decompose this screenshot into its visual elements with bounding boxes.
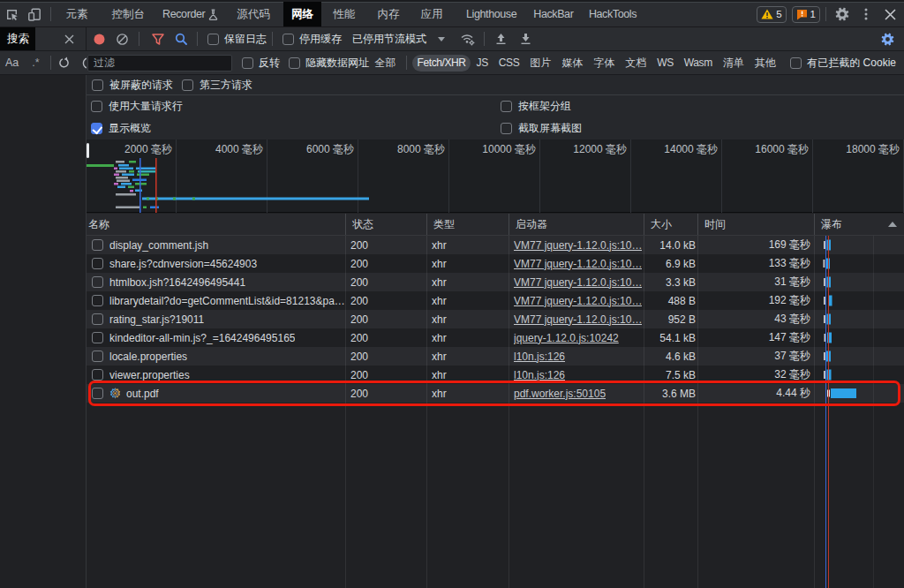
capture-screenshots-checkbox[interactable] (501, 123, 512, 134)
table-row-share.js?cdnversion=45624903[interactable]: share.js?cdnversion=45624903200xhrVM77 j… (87, 254, 904, 273)
more-options-button[interactable] (858, 4, 874, 25)
filter-type-媒体[interactable]: 媒体 (557, 55, 588, 72)
tab-源代码[interactable]: 源代码 (223, 2, 283, 26)
search-drawer-close-button[interactable] (57, 27, 80, 50)
invert-filter-toggle[interactable]: 反转 (242, 56, 280, 71)
table-row-librarydetail?do=getCommentList&id=81213&pa…[interactable]: librarydetail?do=getCommentList&id=81213… (87, 291, 904, 310)
close-devtools-button[interactable] (879, 4, 900, 25)
tab-网络[interactable]: 网络 (283, 2, 321, 26)
column-header-时间[interactable]: 时间 (697, 214, 814, 235)
table-row-kindeditor-all-min.js?_=1642496495165[interactable]: kindeditor-all-min.js?_=1642496495165200… (87, 328, 904, 347)
large-rows-checkbox[interactable] (91, 101, 102, 112)
record-network-log-button[interactable] (87, 27, 110, 50)
row-checkbox[interactable] (92, 295, 103, 306)
search-network-button[interactable] (170, 27, 192, 50)
inspect-element-button[interactable] (0, 2, 23, 26)
export-har-button[interactable] (514, 27, 537, 50)
show-overview-checkbox[interactable] (91, 123, 102, 134)
show-overview-toggle[interactable]: 显示概览 (91, 121, 151, 136)
row-checkbox[interactable] (92, 258, 103, 269)
hide-data-urls-checkbox[interactable] (289, 57, 300, 69)
network-overview-timeline[interactable]: 2000 毫秒4000 毫秒6000 毫秒8000 毫秒10000 毫秒1200… (87, 139, 904, 213)
initiator-link[interactable]: VM77 jquery-1.12.0.js:10… (514, 313, 642, 326)
filter-type-其他[interactable]: 其他 (750, 55, 780, 72)
initiator-link[interactable]: VM77 jquery-1.12.0.js:10… (514, 239, 642, 252)
column-header-瀑布[interactable]: 瀑布 (814, 214, 904, 235)
regex-button[interactable]: .* (32, 57, 39, 69)
initiator-link[interactable]: l10n.js:126 (514, 351, 565, 363)
settings-button[interactable] (832, 4, 853, 25)
match-case-button[interactable]: Aa (5, 57, 19, 69)
row-checkbox[interactable] (92, 369, 103, 381)
row-checkbox[interactable] (92, 276, 103, 288)
initiator-link[interactable]: jquery-1.12.0.js:10242 (514, 332, 619, 344)
filter-type-Fetch/XHR[interactable]: Fetch/XHR (412, 55, 471, 72)
device-toolbar-button[interactable] (23, 2, 46, 26)
row-checkbox[interactable] (92, 332, 103, 343)
group-by-frame-toggle[interactable]: 按框架分组 (501, 99, 571, 114)
column-header-状态[interactable]: 状态 (345, 214, 426, 235)
column-header-名称[interactable]: 名称 (87, 214, 345, 235)
initiator-link[interactable]: VM77 jquery-1.12.0.js:10… (514, 276, 642, 289)
filter-input[interactable]: 过滤 (87, 55, 232, 72)
tab-Recorder[interactable]: Recorder (157, 2, 223, 26)
tab-Lighthouse[interactable]: Lighthouse (454, 2, 529, 26)
issues-badge[interactable]: 1 (792, 6, 820, 23)
import-har-button[interactable] (489, 27, 512, 50)
clear-search-button[interactable] (81, 57, 87, 69)
capture-screenshots-toggle[interactable]: 截取屏幕截图 (501, 121, 582, 136)
disable-cache-toggle[interactable]: 停用缓存 (282, 32, 342, 47)
table-row-htmlbox.jsh?1642496495441[interactable]: htmlbox.jsh?1642496495441200xhrVM77 jque… (87, 273, 904, 291)
group-by-frame-checkbox[interactable] (501, 101, 512, 112)
third-party-checkbox[interactable] (182, 79, 193, 91)
table-row-rating_star.js?19011[interactable]: rating_star.js?19011200xhrVM77 jquery-1.… (87, 310, 904, 328)
network-conditions-button[interactable] (456, 27, 479, 50)
row-checkbox[interactable] (92, 351, 103, 362)
row-checkbox[interactable] (92, 239, 103, 251)
large-rows-toggle[interactable]: 使用大量请求行 (91, 99, 183, 114)
preserve-log-toggle[interactable]: 保留日志 (207, 32, 267, 47)
throttling-select[interactable]: 已停用节流模式 (352, 32, 445, 47)
initiator-link[interactable]: l10n.js:126 (514, 369, 565, 381)
tab-HackBar[interactable]: HackBar (529, 2, 577, 26)
column-header-大小[interactable]: 大小 (644, 214, 697, 235)
invert-checkbox[interactable] (242, 57, 253, 69)
filter-type-WS[interactable]: WS (652, 55, 679, 72)
initiator-link[interactable]: VM77 jquery-1.12.0.js:10… (514, 258, 642, 270)
tab-HackTools[interactable]: HackTools (577, 2, 647, 26)
filter-toggle-button[interactable] (147, 27, 170, 50)
column-header-类型[interactable]: 类型 (426, 214, 508, 235)
blocked-requests-checkbox[interactable] (92, 79, 103, 91)
disable-cache-checkbox[interactable] (282, 34, 294, 45)
tab-内存[interactable]: 内存 (366, 2, 411, 26)
blocked-cookies-checkbox[interactable] (790, 57, 802, 69)
preserve-log-checkbox[interactable] (207, 34, 219, 45)
initiator-link[interactable]: VM77 jquery-1.12.0.js:10… (514, 295, 642, 307)
filter-type-字体[interactable]: 字体 (589, 55, 620, 72)
blocked-cookies-toggle[interactable]: 有已拦截的 Cookie (790, 56, 896, 71)
network-settings-button[interactable] (876, 27, 899, 50)
filter-type-JS[interactable]: JS (471, 55, 493, 72)
tab-元素[interactable]: 元素 (55, 2, 99, 26)
overview-scroll-handle[interactable] (87, 143, 89, 158)
tab-性能[interactable]: 性能 (321, 2, 366, 26)
row-checkbox[interactable] (92, 313, 103, 325)
search-drawer-tab[interactable]: 搜索 (0, 27, 35, 50)
clear-network-log-button[interactable] (110, 27, 133, 50)
table-row-display_comment.jsh[interactable]: display_comment.jsh200xhrVM77 jquery-1.1… (87, 236, 904, 254)
third-party-toggle[interactable]: 第三方请求 (182, 78, 252, 93)
tab-控制台[interactable]: 控制台 (99, 2, 157, 26)
refresh-search-button[interactable] (58, 57, 71, 69)
filter-type-全部[interactable]: 全部 (370, 55, 401, 72)
hide-data-urls-toggle[interactable]: 隐藏数据网址 (289, 56, 369, 71)
filter-type-文档[interactable]: 文档 (621, 55, 652, 72)
warnings-badge[interactable]: 5 (757, 6, 786, 23)
tab-应用[interactable]: 应用 (411, 2, 454, 26)
filter-type-Wasm[interactable]: Wasm (679, 55, 717, 72)
table-row-locale.properties[interactable]: locale.properties200xhrl10n.js:1264.6 kB… (87, 347, 904, 366)
filter-type-清单[interactable]: 清单 (718, 55, 749, 72)
blocked-requests-toggle[interactable]: 被屏蔽的请求 (92, 78, 173, 93)
column-header-启动器[interactable]: 启动器 (508, 214, 644, 235)
filter-type-CSS[interactable]: CSS (493, 55, 524, 72)
filter-type-图片[interactable]: 图片 (525, 55, 556, 72)
